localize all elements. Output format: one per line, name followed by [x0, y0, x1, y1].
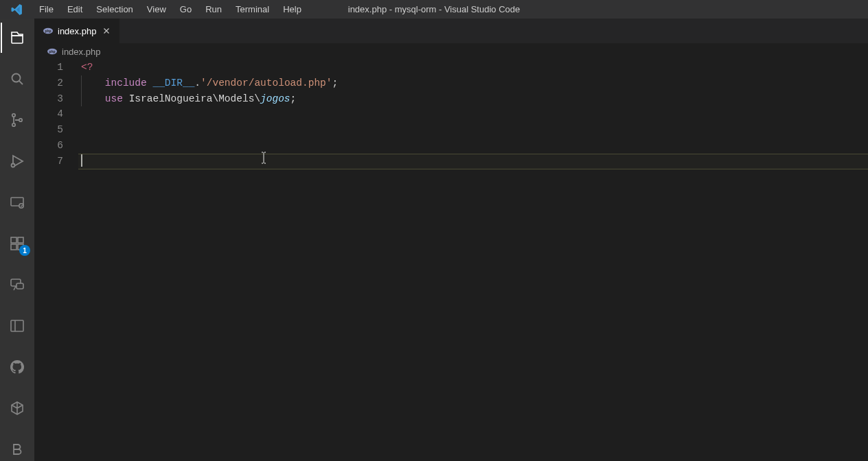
line-number: 2	[34, 75, 63, 91]
tab-close-button[interactable]	[100, 25, 113, 37]
menu-bar: FileEditSelectionViewGoRunTerminalHelp i…	[0, 0, 868, 19]
bold-icon[interactable]	[1, 434, 34, 461]
svg-rect-0	[12, 36, 23, 43]
text-cursor	[81, 154, 82, 167]
svg-point-1	[12, 74, 21, 82]
workbench-body: 1 php index.php php index.php	[0, 19, 868, 461]
menu-item-run[interactable]: Run	[199, 0, 228, 19]
line-number: 1	[34, 60, 63, 75]
svg-point-5	[12, 164, 15, 167]
code-line[interactable]	[81, 106, 868, 122]
line-number: 7	[34, 154, 63, 169]
breadcrumb-segment[interactable]: index.php	[62, 47, 100, 57]
editor-group: php index.php php index.php 1234567 <? i…	[34, 19, 868, 461]
code-editor[interactable]: 1234567 <? include __DIR__.'/vendor/auto…	[34, 60, 868, 461]
badge-count: 1	[19, 245, 30, 256]
svg-rect-9	[11, 244, 16, 250]
svg-rect-13	[16, 283, 23, 289]
svg-point-2	[12, 114, 15, 117]
menu-item-edit[interactable]: Edit	[61, 0, 89, 19]
menu-item-help[interactable]: Help	[277, 0, 308, 19]
line-number: 6	[34, 138, 63, 154]
menu-items: FileEditSelectionViewGoRunTerminalHelp	[33, 0, 308, 19]
search-icon[interactable]	[1, 64, 34, 94]
svg-point-4	[19, 119, 22, 121]
window-title: index.php - mysql-orm - Visual Studio Co…	[348, 4, 521, 14]
php-file-icon: php	[43, 25, 54, 36]
extensions-icon[interactable]: 1	[1, 228, 34, 259]
svg-point-7	[19, 204, 23, 208]
svg-rect-14	[11, 320, 23, 331]
tab-index-php[interactable]: php index.php	[34, 19, 120, 43]
tab-bar: php index.php	[34, 19, 868, 43]
menu-item-file[interactable]: File	[33, 0, 60, 19]
code-line[interactable]	[81, 154, 868, 169]
tab-label: index.php	[58, 26, 96, 36]
run-debug-icon[interactable]	[1, 146, 34, 176]
line-number: 3	[34, 91, 63, 107]
cube-icon[interactable]	[1, 393, 34, 423]
menu-item-view[interactable]: View	[141, 0, 172, 19]
code-line[interactable]	[81, 122, 868, 138]
code-line[interactable]: include __DIR__.'/vendor/autoload.php';	[81, 75, 868, 91]
code-line[interactable]	[81, 138, 868, 154]
svg-text:php: php	[49, 49, 55, 54]
source-control-icon[interactable]	[1, 105, 34, 135]
line-number: 5	[34, 122, 63, 138]
remote-explorer-icon[interactable]	[1, 187, 34, 217]
code-line[interactable]: use IsraelNogueira\Models\jogos;	[81, 91, 868, 107]
menu-item-go[interactable]: Go	[174, 0, 198, 19]
menu-item-selection[interactable]: Selection	[90, 0, 139, 19]
explorer-icon[interactable]	[1, 23, 34, 53]
breadcrumbs[interactable]: php index.php	[34, 43, 868, 60]
svg-rect-8	[11, 237, 16, 243]
activity-bar: 1	[0, 19, 34, 461]
svg-point-3	[12, 123, 15, 126]
window-toggle-icon[interactable]	[1, 311, 34, 341]
svg-rect-11	[18, 237, 23, 243]
app-window: FileEditSelectionViewGoRunTerminalHelp i…	[0, 0, 868, 461]
code-line[interactable]: <?	[81, 60, 868, 75]
line-number: 4	[34, 106, 63, 122]
svg-text:php: php	[45, 29, 51, 33]
menu-item-terminal[interactable]: Terminal	[229, 0, 275, 19]
vscode-logo-icon	[0, 3, 33, 16]
github-icon[interactable]	[1, 352, 34, 382]
line-number-gutter: 1234567	[34, 60, 81, 461]
editor-content[interactable]: <? include __DIR__.'/vendor/autoload.php…	[81, 60, 868, 461]
chat-icon[interactable]	[1, 270, 34, 300]
php-file-icon: php	[47, 46, 58, 57]
